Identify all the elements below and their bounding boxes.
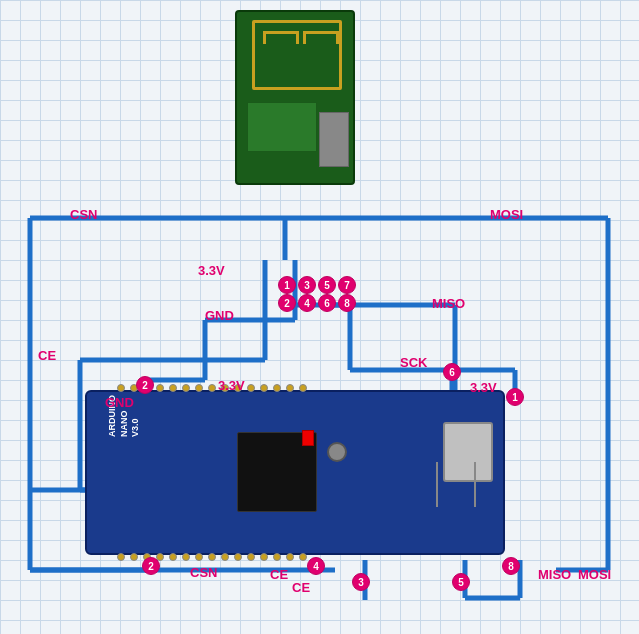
pin-circle-1: 1 (278, 276, 296, 294)
nrf-chip (247, 102, 317, 152)
pin (247, 384, 255, 392)
pin-circle-7: 7 (338, 276, 356, 294)
arduino-bottom-circle-4: 4 (307, 557, 325, 575)
pin (156, 384, 164, 392)
pin (195, 384, 203, 392)
pin-circle-4: 4 (298, 294, 316, 312)
pin (169, 384, 177, 392)
arduino-pin-circle-2: 2 (136, 376, 154, 394)
gnd-1-label: GND (205, 308, 234, 323)
pin (182, 553, 190, 561)
miso-right-label: MISO (432, 296, 465, 311)
csn-top-label: CSN (70, 207, 97, 222)
pin (221, 553, 229, 561)
arduino-pin-circle-1: 1 (506, 388, 524, 406)
pin (117, 384, 125, 392)
pin (182, 384, 190, 392)
v33-3-label: 3.3V (470, 380, 497, 395)
arduino-bottom-circle-8: 8 (502, 557, 520, 575)
pin (260, 384, 268, 392)
pin (273, 384, 281, 392)
csn-bottom-label: CSN (190, 565, 217, 580)
ce-left-label: CE (38, 348, 56, 363)
pin (169, 553, 177, 561)
sck-label: SCK (400, 355, 427, 370)
arduino-bottom-circle-5: 5 (452, 573, 470, 591)
pin (117, 553, 125, 561)
pin (130, 553, 138, 561)
arduino-pin-circle-6: 6 (443, 363, 461, 381)
pin (299, 553, 307, 561)
pin-circle-3: 3 (298, 276, 316, 294)
mosi-top-label: MOSI (490, 207, 523, 222)
arduino-bottom-circle-3: 3 (352, 573, 370, 591)
gnd-2-label: GND (105, 395, 134, 410)
pin-circle-2: 2 (278, 294, 296, 312)
arduino-bottom-circle-2: 2 (142, 557, 160, 575)
pin (260, 553, 268, 561)
pin (286, 384, 294, 392)
nrf-antenna (252, 20, 342, 90)
pin (273, 553, 281, 561)
pin (299, 384, 307, 392)
ce-bottom-label: CE (270, 567, 288, 582)
pin (208, 384, 216, 392)
usb-lines (436, 462, 476, 507)
pin (247, 553, 255, 561)
arduino-power-led (302, 430, 314, 446)
pin (208, 553, 216, 561)
pin-circle-6: 6 (318, 294, 336, 312)
ce-bottom-text: CE (292, 580, 310, 595)
arduino-reset-button[interactable] (327, 442, 347, 462)
pin-circle-8: 8 (338, 294, 356, 312)
nrf24l01-module (235, 10, 355, 185)
pin (234, 553, 242, 561)
miso-bottom-label: MISO (538, 567, 571, 582)
v33-2-label: 3.3V (218, 378, 245, 393)
pin (195, 553, 203, 561)
pin (286, 553, 294, 561)
arduino-usb-connector (443, 422, 493, 482)
pin-circle-5: 5 (318, 276, 336, 294)
arduino-nano: ARDUINONANOV3.0 (85, 390, 505, 555)
nrf-gray-component (319, 112, 349, 167)
mosi-bottom-label: MOSI (578, 567, 611, 582)
v33-1-label: 3.3V (198, 263, 225, 278)
